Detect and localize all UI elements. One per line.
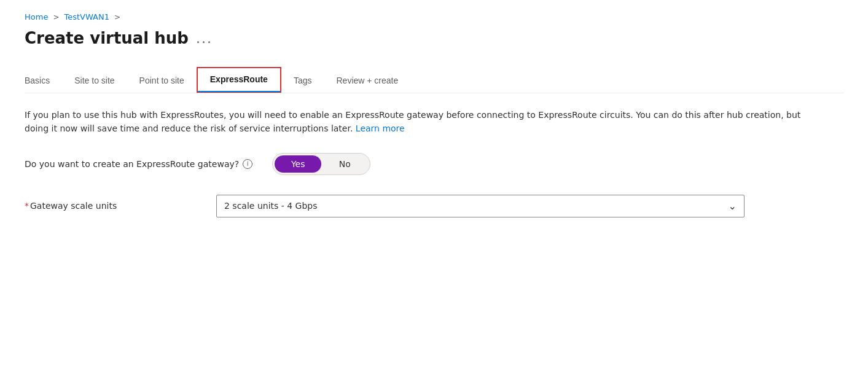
required-star: * [25, 201, 29, 211]
tab-site-to-site[interactable]: Site to site [62, 69, 127, 93]
gateway-scale-label-text: Gateway scale units [30, 201, 117, 211]
tab-point-to-site[interactable]: Point to site [127, 69, 197, 93]
tab-tags[interactable]: Tags [281, 69, 324, 93]
tab-review-create[interactable]: Review + create [324, 69, 411, 93]
page-title: Create virtual hub [25, 29, 189, 47]
breadcrumb: Home > TestVWAN1 > [25, 12, 843, 21]
tab-expressroute[interactable]: ExpressRoute [197, 67, 281, 93]
toggle-yes[interactable]: Yes [275, 155, 321, 173]
page-title-row: Create virtual hub ... [25, 29, 843, 47]
gateway-question-label: Do you want to create an ExpressRoute ga… [25, 159, 252, 169]
description-body: If you plan to use this hub with Express… [25, 110, 800, 133]
tabs-container: Basics Site to site Point to site Expres… [25, 67, 843, 93]
learn-more-link[interactable]: Learn more [356, 123, 405, 133]
gateway-scale-units-row: *Gateway scale units 2 scale units - 4 G… [25, 195, 843, 217]
gateway-scale-dropdown[interactable]: 2 scale units - 4 Gbps ⌄ [216, 195, 745, 217]
gateway-scale-label: *Gateway scale units [25, 201, 197, 211]
info-icon[interactable]: i [243, 159, 252, 169]
toggle-no[interactable]: No [321, 155, 368, 173]
breadcrumb-home[interactable]: Home [25, 12, 48, 21]
breadcrumb-separator-2: > [114, 13, 120, 21]
gateway-question-row: Do you want to create an ExpressRoute ga… [25, 153, 843, 175]
breadcrumb-vwan[interactable]: TestVWAN1 [64, 12, 109, 21]
page-title-menu-button[interactable]: ... [196, 31, 213, 46]
gateway-question-text: Do you want to create an ExpressRoute ga… [25, 159, 239, 169]
breadcrumb-separator-1: > [53, 13, 59, 21]
description-text: If you plan to use this hub with Express… [25, 108, 811, 136]
page-container: Home > TestVWAN1 > Create virtual hub ..… [0, 0, 868, 242]
gateway-scale-selected-value: 2 scale units - 4 Gbps [224, 201, 318, 211]
chevron-down-icon: ⌄ [729, 200, 737, 212]
tab-basics[interactable]: Basics [25, 69, 62, 93]
yes-no-toggle[interactable]: Yes No [272, 153, 370, 175]
